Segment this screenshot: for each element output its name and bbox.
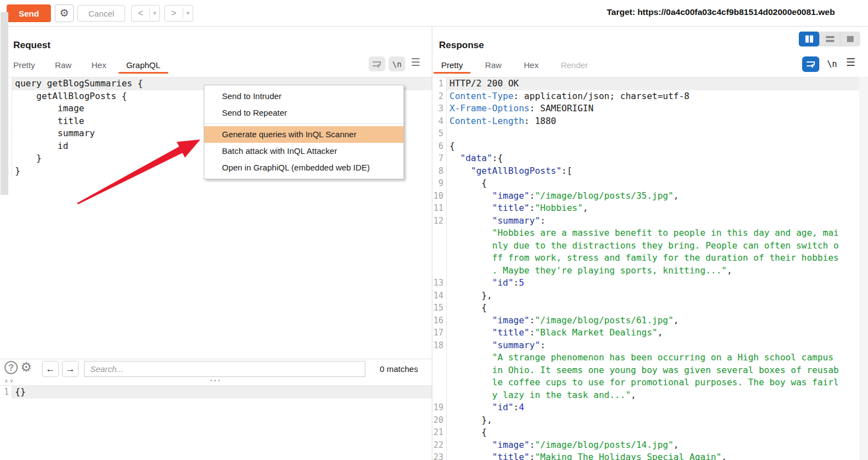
- code-line: 4Content-Length: 1880: [432, 115, 859, 128]
- menu-item-batch-attack-with-inql-attacker[interactable]: Batch attack with InQL Attacker: [204, 143, 404, 159]
- response-editor[interactable]: 1HTTP/2 200 OK2Content-Type: application…: [432, 77, 859, 460]
- tab-render[interactable]: Render: [561, 60, 588, 70]
- code-line: le coffee cups to use for promotional pu…: [432, 376, 859, 389]
- chevron-right-icon[interactable]: >: [165, 8, 183, 18]
- code-line: 3X-Frame-Options: SAMEORIGIN: [432, 102, 859, 115]
- code-line: 2Content-Type: application/json; charset…: [432, 90, 859, 103]
- response-word-wrap-button[interactable]: [802, 56, 819, 72]
- hamburger-icon: ☰: [411, 56, 420, 68]
- top-toolbar: Send ⚙ Cancel < ▼ > ▼ Target:https://0a4…: [0, 0, 868, 27]
- search-input[interactable]: [84, 361, 365, 377]
- line-number: [432, 252, 447, 265]
- line-number: [432, 352, 447, 364]
- line-number: 5: [432, 127, 447, 140]
- newline-icon: \n: [392, 60, 402, 69]
- help-button[interactable]: ?: [4, 361, 18, 374]
- code-line: in Ohio. It seems one young boy was give…: [432, 364, 859, 377]
- request-body-mini-editor[interactable]: 1{}: [0, 385, 432, 418]
- single-pane-icon: [847, 36, 854, 42]
- splitter-chevrons-icon[interactable]: ∧∨: [4, 378, 15, 384]
- tab-hex[interactable]: Hex: [524, 60, 539, 70]
- request-tabs: PrettyRawHexGraphQL: [13, 60, 161, 70]
- code-line: 7 "data":{: [432, 152, 859, 165]
- line-number: [432, 265, 447, 277]
- code-line: 12 "summary":: [432, 215, 859, 228]
- line-number: 2: [432, 90, 447, 103]
- line-number: 3: [432, 102, 447, 115]
- two-columns-icon: [805, 35, 813, 43]
- line-number: 22: [432, 439, 447, 452]
- response-panel-title: Response: [439, 40, 484, 51]
- menu-separator: [204, 123, 404, 124]
- code-line: 8 "getAllBlogPosts":[: [432, 165, 859, 178]
- menu-item-generate-queries-with-inql-scanner[interactable]: Generate queries with InQL Scanner: [204, 126, 404, 143]
- code-line: 23 "title":"Making The Holidays Special …: [432, 451, 859, 460]
- line-number: 7: [432, 152, 447, 165]
- code-line: 22 "image":"/image/blog/posts/14.jpg",: [432, 439, 859, 452]
- code-line: 17 "title":"Black Market Dealings",: [432, 327, 859, 339]
- code-line: ff from work, stress and family for the …: [432, 252, 859, 265]
- target-label: Target:: [607, 7, 635, 17]
- send-button[interactable]: Send: [7, 4, 51, 22]
- layout-switcher: [799, 32, 860, 46]
- search-match-count: 0 matches: [380, 364, 418, 374]
- gear-icon: ⚙: [59, 7, 69, 19]
- next-request-button[interactable]: > ▼: [164, 5, 193, 22]
- chevron-down-icon[interactable]: ▼: [150, 11, 159, 16]
- previous-request-button[interactable]: < ▼: [131, 5, 160, 22]
- tab-raw[interactable]: Raw: [55, 60, 71, 70]
- line-number: 1: [432, 77, 447, 90]
- code-line: 1{}: [0, 386, 432, 399]
- line-number: 20: [432, 414, 447, 427]
- tab-pretty[interactable]: Pretty: [441, 60, 463, 70]
- code-line: 21 {: [432, 426, 859, 439]
- request-word-wrap-button[interactable]: [369, 56, 385, 71]
- line-number: 10: [432, 190, 447, 203]
- line-number: 9: [432, 177, 447, 190]
- code-line: 9 {: [432, 177, 859, 190]
- code-line: y lazy in the task and...",: [432, 389, 859, 402]
- line-number: 12: [432, 215, 447, 228]
- request-panel-title: Request: [13, 40, 50, 51]
- code-line: 10 "image":"/image/blog/posts/35.jpg",: [432, 190, 859, 203]
- tab-graphql[interactable]: GraphQL: [126, 60, 161, 70]
- line-number: 8: [432, 165, 447, 178]
- line-number: [432, 240, 447, 252]
- tab-hex[interactable]: Hex: [91, 60, 106, 70]
- code-line: 18 "summary":: [432, 339, 859, 352]
- layout-columns-button[interactable]: [799, 32, 819, 46]
- code-line: 16 "image":"/image/blog/posts/61.jpg",: [432, 314, 859, 327]
- tab-raw[interactable]: Raw: [485, 60, 502, 70]
- layout-single-button[interactable]: [840, 32, 860, 46]
- line-number: [432, 376, 447, 389]
- request-show-newlines-button[interactable]: \n: [389, 56, 405, 71]
- chevron-down-icon[interactable]: ▼: [183, 11, 193, 16]
- word-wrap-icon: [372, 60, 382, 69]
- line-number: [432, 364, 447, 377]
- line-number: 6: [432, 140, 447, 153]
- menu-item-send-to-repeater[interactable]: Send to Repeater: [204, 105, 404, 121]
- help-icon: ?: [8, 363, 14, 373]
- response-scrollbar-thumb[interactable]: [1, 12, 8, 195]
- search-next-button[interactable]: →: [62, 361, 79, 377]
- cancel-button[interactable]: Cancel: [78, 5, 125, 22]
- response-menu-button[interactable]: ☰: [846, 56, 855, 69]
- layout-rows-button[interactable]: [819, 32, 840, 46]
- response-tabs: PrettyRawHexRender: [441, 60, 588, 70]
- response-scrollbar[interactable]: [859, 77, 868, 460]
- menu-item-open-in-graphiql-embedded-web-ide[interactable]: Open in GraphiQL (embedded web IDE): [204, 159, 404, 176]
- request-menu-button[interactable]: ☰: [411, 56, 420, 69]
- line-number: [432, 227, 447, 240]
- response-show-newlines-button[interactable]: \n: [824, 56, 840, 71]
- splitter-handle[interactable]: ∧∨ •••: [0, 379, 432, 385]
- search-previous-button[interactable]: ←: [42, 361, 59, 377]
- word-wrap-icon: [806, 60, 816, 69]
- request-settings-button[interactable]: ⚙: [55, 4, 74, 22]
- menu-item-send-to-intruder[interactable]: Send to Intruder: [204, 88, 404, 105]
- search-settings-button[interactable]: ⚙: [20, 360, 32, 375]
- code-line: 11 "title":"Hobbies",: [432, 202, 859, 215]
- target-value: https://0a4c00fa03c4cf9b81514d02000e0081…: [637, 7, 835, 17]
- chevron-left-icon[interactable]: <: [132, 8, 149, 18]
- tab-pretty[interactable]: Pretty: [13, 60, 35, 70]
- line-number: 14: [432, 290, 447, 302]
